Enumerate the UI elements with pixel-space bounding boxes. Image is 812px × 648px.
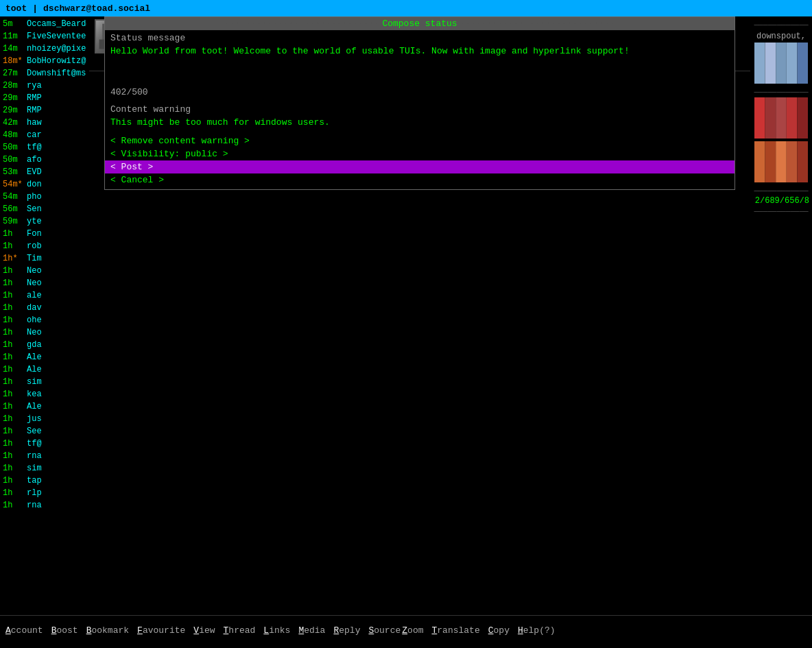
feed-item[interactable]: 42mhaw xyxy=(0,117,89,129)
feed-item[interactable]: 14mnhoizey@pixelfed.social xyxy=(0,43,89,55)
feed-user: ale xyxy=(27,291,42,300)
feed-item[interactable]: 11mFiveSeventeen@bahn.social xyxy=(0,30,89,43)
visibility-button[interactable]: < Visibility: public > xyxy=(105,147,735,160)
feed-item[interactable]: 1hAle xyxy=(0,363,89,376)
action-oost[interactable]: Boost xyxy=(51,625,78,636)
feed-user: rob xyxy=(27,241,42,251)
feed-time: 1h xyxy=(3,315,27,325)
thumbnail-3 xyxy=(754,141,808,182)
feed-user: rya xyxy=(27,81,42,91)
feed-item[interactable]: 1hrob xyxy=(0,240,89,252)
feed-user: Ale xyxy=(27,402,42,411)
feed-time: 56m xyxy=(3,204,27,214)
feed-item[interactable]: 48mcar xyxy=(0,129,89,141)
feed-item[interactable]: 27mDownshift@mstdn.ca xyxy=(0,67,89,80)
feed-time: 48m xyxy=(3,130,27,140)
feed-item[interactable]: 1htf@ xyxy=(0,437,89,450)
feed-time: 1h xyxy=(3,278,27,288)
feed-time: 53m xyxy=(3,167,27,177)
feed-time: 1h xyxy=(3,402,27,411)
feed-item[interactable]: 50mtf@ xyxy=(0,141,89,154)
content-warning-text: This might be too much for windows users… xyxy=(105,116,735,129)
feed-item[interactable]: 1htap xyxy=(0,475,89,487)
feed-item[interactable]: 1hAle xyxy=(0,400,89,413)
feed-time: 18m* xyxy=(3,56,27,66)
separator: | xyxy=(32,3,38,14)
action-ccount[interactable]: Account xyxy=(5,625,43,636)
remove-cw-button[interactable]: < Remove content warning > xyxy=(105,134,735,147)
feed-item[interactable]: 1hSee xyxy=(0,425,89,437)
feed-item[interactable]: 1h*Tim xyxy=(0,252,89,265)
feed-item[interactable]: 1hrna xyxy=(0,450,89,462)
feed-item[interactable]: 1hFon xyxy=(0,228,89,240)
feed-user: rlp xyxy=(27,488,42,498)
feed-item[interactable]: 1hrna xyxy=(0,499,89,512)
action-hread[interactable]: Thread xyxy=(224,625,256,636)
feed-item[interactable]: 1hkea xyxy=(0,388,89,400)
status-counter: 2/689/656/8 xyxy=(750,196,812,206)
cancel-button[interactable]: < Cancel > xyxy=(105,173,735,187)
action-opy[interactable]: Copy xyxy=(488,625,510,636)
feed-item[interactable]: 1hsim xyxy=(0,462,89,475)
feed-time: 1h xyxy=(3,389,27,399)
char-count: 402/500 xyxy=(105,86,735,99)
feed-time: 1h xyxy=(3,266,27,276)
feed-time: 59m xyxy=(3,217,27,226)
main-area: 5mOccams_Beard@sunny.garden11mFiveSevent… xyxy=(0,16,812,615)
feed-item[interactable]: 1hNeo xyxy=(0,326,89,339)
feed-item[interactable]: 1hNeo xyxy=(0,277,89,289)
feed-time: 42m xyxy=(3,118,27,128)
action-eply[interactable]: Reply xyxy=(333,625,360,636)
feed-user: FiveSeventeen@bahn.social xyxy=(27,32,86,41)
feed-item[interactable]: 1hohe xyxy=(0,314,89,326)
feed-time: 1h xyxy=(3,328,27,337)
feed-item[interactable]: 1hgda xyxy=(0,339,89,351)
feed-item[interactable]: 56mSen xyxy=(0,203,89,215)
feed-user: Neo xyxy=(27,328,42,337)
action-ookmark[interactable]: Bookmark xyxy=(86,625,129,636)
feed-item[interactable]: 1hdav xyxy=(0,302,89,314)
feed-user: pho xyxy=(27,192,42,202)
feed-item[interactable]: 29mRMP xyxy=(0,92,89,104)
status-message: Hello World from toot! Welcome to the wo… xyxy=(105,45,735,86)
feed-item[interactable]: 28mrya xyxy=(0,80,89,92)
action-oom[interactable]: Zoom xyxy=(402,625,423,636)
feed-item[interactable]: 1hAle xyxy=(0,351,89,363)
action-ranslate[interactable]: Translate xyxy=(432,625,480,636)
compose-modal: Compose status Status message Hello Worl… xyxy=(104,16,735,190)
feed-time: 14m xyxy=(3,44,27,53)
feed-item[interactable]: 1hNeo xyxy=(0,265,89,277)
action-iew[interactable]: View xyxy=(193,625,215,636)
feed-user: Sen xyxy=(27,204,42,214)
feed-item[interactable]: 1hrlp xyxy=(0,487,89,499)
action-ource[interactable]: Source xyxy=(368,625,401,636)
feed-user: tf@ xyxy=(27,143,42,152)
action-inks[interactable]: Links xyxy=(263,625,290,636)
right-divider1: ———————————— xyxy=(754,19,808,30)
action-avourite[interactable]: Favourite xyxy=(137,625,185,636)
post-button[interactable]: < Post > xyxy=(105,160,735,173)
feed-item[interactable]: 54mpho xyxy=(0,191,89,203)
feed-item[interactable]: 53mEVD xyxy=(0,166,89,178)
feed-user: Ale xyxy=(27,365,42,374)
feed-user: Occams_Beard@sunny.garden xyxy=(27,19,86,29)
feed-item[interactable]: 5mOccams_Beard@sunny.garden xyxy=(0,18,89,30)
feed-time: 1h xyxy=(3,451,27,461)
feed-item[interactable]: 50mafo xyxy=(0,154,89,166)
feed-user: gda xyxy=(27,340,42,350)
app-name: toot xyxy=(5,3,27,14)
feed-user: afo xyxy=(27,155,42,165)
action-elp[interactable]: Help(?) xyxy=(518,625,556,636)
feed-item[interactable]: 59myte xyxy=(0,215,89,228)
feed-item[interactable]: 1hjus xyxy=(0,413,89,425)
action-edia[interactable]: Media xyxy=(298,625,325,636)
feed-time: 1h xyxy=(3,414,27,424)
feed-time: 54m xyxy=(3,192,27,202)
feed-time: 29m xyxy=(3,93,27,103)
feed-item[interactable]: 29mRMP xyxy=(0,104,89,117)
feed-item[interactable]: 1hale xyxy=(0,289,89,302)
feed-item[interactable]: 54m*don xyxy=(0,178,89,191)
feed-time: 29m xyxy=(3,106,27,115)
feed-item[interactable]: 18m*BobHorowitz@sfba.social xyxy=(0,55,89,67)
feed-item[interactable]: 1hsim xyxy=(0,376,89,388)
